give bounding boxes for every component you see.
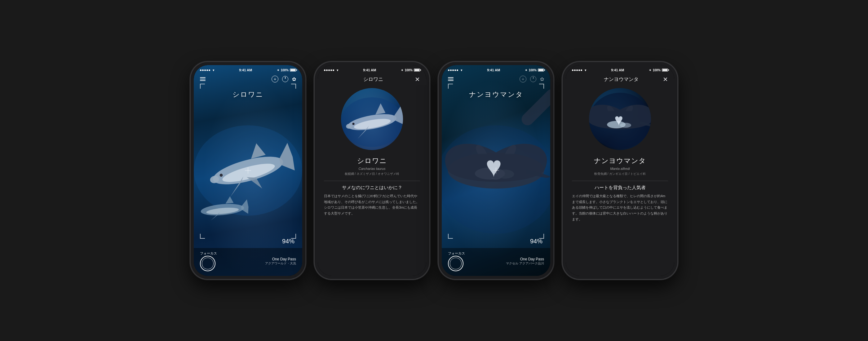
bluetooth-icon-2: ✦ xyxy=(401,68,403,72)
status-right-1: ✦ 100% xyxy=(277,68,296,72)
pass-text-3: One Day Pass xyxy=(506,257,544,261)
confidence-1: 94% xyxy=(282,238,294,245)
camera-view-1: シロワニ 94% フォーカス One xyxy=(194,65,302,276)
animal-name-overlay-3: ナンヨウマンタ xyxy=(442,90,550,99)
bluetooth-icon-1: ✦ xyxy=(277,68,279,72)
status-time-1: 9:41 AM xyxy=(239,68,252,72)
location-text-3: マクセル アクアパーク品川 xyxy=(506,261,544,266)
signal-dot xyxy=(572,69,574,71)
focus-label-3: フォーカス xyxy=(448,251,465,256)
detail-body-4: エイの仲間では最大級となる種類で、ヒレの間の長さが約4mまで成長します。小さなプ… xyxy=(572,193,668,222)
signal-dot xyxy=(204,69,206,71)
signal-dot xyxy=(324,69,326,71)
signal-dot xyxy=(579,69,580,71)
bottom-toolbar-1: フォーカス One Day Pass アクアワールド・大洗 xyxy=(194,248,302,276)
animal-name-overlay-1: シロワニ xyxy=(194,90,302,99)
crosshair-icon-1[interactable] xyxy=(272,75,278,83)
signal-dot xyxy=(333,69,334,71)
detail-view-4[interactable]: ··· xyxy=(566,85,674,276)
screen-4: ▾ 9:41 AM ✦ 100% xyxy=(566,65,674,276)
status-bar-3: ▾ 9:41 AM ✦ 100% xyxy=(442,65,550,74)
corner-bracket-tr-1 xyxy=(291,84,296,89)
screen-3: ▾ 9:41 AM ✦ 100% xyxy=(442,65,550,276)
signal-dot xyxy=(200,69,202,71)
detail-view-2[interactable]: ··· xyxy=(318,85,426,276)
bluetooth-icon-4: ✦ xyxy=(649,68,651,72)
hamburger-line xyxy=(200,77,206,78)
battery-pct-4: 100% xyxy=(653,68,661,72)
detail-image-circle-2 xyxy=(341,88,403,150)
signal-dot xyxy=(455,69,456,71)
hamburger-line xyxy=(200,80,206,81)
battery-fill-1 xyxy=(290,69,296,71)
signal-dot xyxy=(457,69,458,71)
corner-bracket-tr-3 xyxy=(539,84,544,89)
location-text-1: アクアワールド・大洗 xyxy=(265,261,296,266)
battery-body-1 xyxy=(290,68,296,72)
detail-heading-4: ハートを背負った人気者 xyxy=(572,185,668,191)
detail-latin-name-2: Carcharias taurus xyxy=(324,167,420,170)
signal-dot xyxy=(576,69,578,71)
corner-bracket-bl-3 xyxy=(448,234,453,239)
signal-dots-3 xyxy=(448,69,458,71)
battery-pct-2: 100% xyxy=(405,68,413,72)
detail-classification-4: 軟骨魚綱 / ガンギエイ目 / トビエイ科 xyxy=(572,172,668,176)
focus-area-3: フォーカス xyxy=(448,251,465,271)
hamburger-menu-3[interactable] xyxy=(448,77,454,81)
shutter-button-3[interactable] xyxy=(448,256,463,271)
battery-body-3 xyxy=(538,68,544,72)
clock-icon-3[interactable] xyxy=(530,76,536,82)
detail-image-container-2 xyxy=(318,85,426,156)
signal-dot xyxy=(452,69,454,71)
confidence-3: 94% xyxy=(530,238,542,245)
status-left-3: ▾ xyxy=(448,68,462,72)
detail-image-container-4 xyxy=(566,85,674,156)
flower-icon-3[interactable]: ✿ xyxy=(540,76,544,82)
camera-view-3: ナンヨウマンタ 94% フォーカス xyxy=(442,65,550,276)
crosshair-overlay-1 xyxy=(239,161,257,180)
hamburger-menu-1[interactable] xyxy=(200,77,206,81)
signal-dot xyxy=(202,69,204,71)
detail-content-2: シロワニ Carcharias taurus 板鰓綱 / ネズミザメ目 / オオ… xyxy=(318,156,426,276)
battery-body-2 xyxy=(414,68,420,72)
status-time-4: 9:41 AM xyxy=(611,68,624,72)
phones-container: ▾ 9:41 AM ✦ 100% xyxy=(178,50,690,291)
phone-1: ▾ 9:41 AM ✦ 100% xyxy=(191,62,305,279)
detail-image-circle-4 xyxy=(589,88,651,150)
shutter-inner-3 xyxy=(450,258,462,269)
status-right-3: ✦ 100% xyxy=(525,68,544,72)
battery-fill-4 xyxy=(662,69,668,71)
nav-bar-1: ✿ xyxy=(194,74,302,84)
signal-dot xyxy=(574,69,576,71)
phone-inner-3: ▾ 9:41 AM ✦ 100% xyxy=(442,65,550,276)
flower-icon-1[interactable]: ✿ xyxy=(292,76,296,82)
signal-dot xyxy=(328,69,330,71)
signal-dots-1 xyxy=(200,69,210,71)
clock-icon-1[interactable] xyxy=(282,76,288,82)
status-bar-2: ▾ 9:41 AM ✦ 100% xyxy=(318,65,426,74)
detail-shark-svg xyxy=(341,88,403,150)
nav-bar-detail-4: ナンヨウマンタ ✕ xyxy=(566,74,674,85)
status-right-4: ✦ 100% xyxy=(649,68,668,72)
shutter-button-1[interactable] xyxy=(200,256,215,271)
signal-dots-4 xyxy=(572,69,582,71)
phone-3: ▾ 9:41 AM ✦ 100% xyxy=(439,62,553,279)
hamburger-line xyxy=(200,79,206,80)
svg-point-30 xyxy=(620,123,631,128)
crosshair-icon-3[interactable] xyxy=(520,75,526,83)
battery-icon-2 xyxy=(414,68,420,72)
battery-icon-4 xyxy=(662,68,668,72)
detail-ray-svg xyxy=(589,88,651,150)
close-button-4[interactable]: ✕ xyxy=(663,75,668,83)
focus-area-1: フォーカス xyxy=(200,251,217,271)
phone-2: ▾ 9:41 AM ✦ 100% xyxy=(315,62,429,279)
close-button-2[interactable]: ✕ xyxy=(415,75,420,83)
screen-2: ▾ 9:41 AM ✦ 100% xyxy=(318,65,426,276)
detail-animal-name-2: シロワニ xyxy=(324,156,420,165)
corner-bracket-tl-3 xyxy=(448,84,453,89)
wifi-icon-1: ▾ xyxy=(213,68,214,72)
signal-dot xyxy=(331,69,332,71)
corner-bracket-bl-1 xyxy=(200,234,205,239)
status-left-2: ▾ xyxy=(324,68,338,72)
battery-pct-1: 100% xyxy=(281,68,289,72)
